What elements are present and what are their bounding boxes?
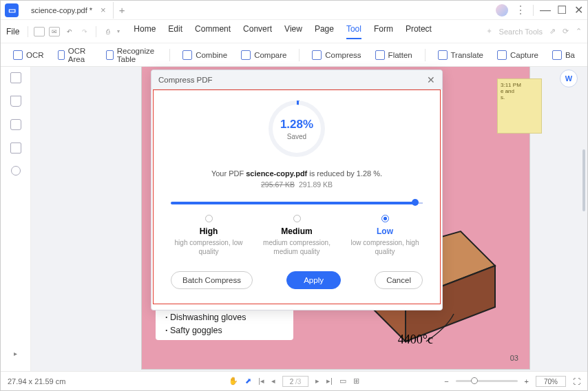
capture-button[interactable]: Capture <box>492 48 544 62</box>
temperature-label: 4400°c <box>398 332 433 347</box>
menu-comment[interactable]: Comment <box>195 24 231 39</box>
select-tool-icon[interactable]: ⬈ <box>245 377 251 385</box>
ocr-button[interactable]: OCR <box>8 48 50 62</box>
save-icon[interactable] <box>34 27 45 36</box>
flatten-icon <box>375 50 385 60</box>
capture-icon <box>497 50 507 60</box>
app-logo: ▭ <box>5 3 19 17</box>
option-name: High <box>171 226 246 236</box>
minimize-button[interactable]: — <box>540 6 550 15</box>
zoom-slider[interactable] <box>456 380 518 382</box>
new-tab-button[interactable]: + <box>119 4 125 16</box>
left-rail: ▸ <box>1 67 31 371</box>
redo-icon[interactable]: ↷ <box>79 27 90 36</box>
reduce-summary: Your PDF science-copy.pdf is reduced by … <box>171 169 423 178</box>
recognize-table-button[interactable]: Recognize Table <box>101 45 162 65</box>
file-menu[interactable]: File <box>6 27 19 36</box>
last-page-icon[interactable]: ▸| <box>326 377 333 385</box>
search-tools-input[interactable]: Search Tools <box>499 28 543 36</box>
title-bar: ▭ science-copy.pdf * × + ⋮ — ☐ ✕ <box>1 1 587 20</box>
menu-convert[interactable]: Convert <box>243 24 272 39</box>
page-number: 03 <box>510 354 518 362</box>
menu-form[interactable]: Form <box>374 24 393 39</box>
compress-option-medium[interactable]: Mediummedium compression, medium quality <box>259 215 335 256</box>
batch-compress-button[interactable]: Batch Compress <box>171 271 253 289</box>
compress-option-high[interactable]: Highhigh compression, low quality <box>171 215 246 256</box>
comment-panel-icon[interactable] <box>10 119 21 130</box>
list-item: Dishwashing gloves <box>165 311 284 324</box>
share-icon[interactable]: ⇗ <box>549 27 556 36</box>
compress-button[interactable]: Compress <box>306 48 366 62</box>
translate-icon <box>438 50 448 60</box>
fit-width-icon[interactable]: ▭ <box>339 377 346 385</box>
ocr-icon <box>13 50 23 60</box>
prev-page-icon[interactable]: ◂ <box>271 377 275 385</box>
undo-icon[interactable]: ↶ <box>64 27 75 36</box>
progress-ring: 1.28% Saved <box>269 101 325 157</box>
compress-option-low[interactable]: Lowlow compression, high quality <box>347 215 423 256</box>
zoom-in-icon[interactable]: + <box>525 377 529 385</box>
mail-icon[interactable]: ✉ <box>49 27 60 36</box>
kebab-icon[interactable]: ⋮ <box>515 3 526 17</box>
cancel-button[interactable]: Cancel <box>375 271 423 289</box>
option-desc: low compression, high quality <box>347 238 423 256</box>
scrollbar-thumb[interactable] <box>582 149 585 211</box>
thumbnails-icon[interactable] <box>10 72 21 83</box>
radio-icon[interactable] <box>205 215 213 222</box>
wand-icon[interactable]: ✦ <box>486 27 492 36</box>
fullscreen-icon[interactable]: ⛶ <box>573 377 580 385</box>
search-panel-icon[interactable] <box>11 166 21 176</box>
apply-button[interactable]: Apply <box>286 271 341 289</box>
combine-icon <box>182 50 192 60</box>
batch-button[interactable]: Ba <box>547 48 580 62</box>
compare-button[interactable]: Compare <box>235 48 292 62</box>
collapse-icon[interactable]: ⌃ <box>576 27 582 36</box>
dialog-header[interactable]: Compress PDF ✕ <box>151 70 442 89</box>
radio-icon[interactable] <box>381 215 389 222</box>
next-page-icon[interactable]: ▸ <box>315 377 319 385</box>
fit-page-icon[interactable]: ⊞ <box>353 377 359 385</box>
saved-label: Saved <box>287 133 306 140</box>
page-input[interactable]: 2 /3 <box>282 376 308 387</box>
close-icon[interactable]: × <box>101 5 106 15</box>
slider-knob[interactable] <box>412 199 419 206</box>
radio-icon[interactable] <box>293 215 301 222</box>
first-page-icon[interactable]: |◂ <box>258 377 264 385</box>
menu-view[interactable]: View <box>284 24 302 39</box>
ocr-area-button[interactable]: OCR Area <box>52 45 98 65</box>
menu-edit[interactable]: Edit <box>168 24 182 39</box>
translate-button[interactable]: Translate <box>432 48 490 62</box>
print-icon[interactable]: ⎙ <box>102 27 113 36</box>
document-tab[interactable]: science-copy.pdf * × <box>24 2 114 19</box>
zoom-out-icon[interactable]: − <box>444 377 448 385</box>
menu-home[interactable]: Home <box>134 24 156 39</box>
zoom-value[interactable]: 70% <box>536 376 566 387</box>
dialog-title: Compress PDF <box>158 76 213 84</box>
menu-protect[interactable]: Protect <box>406 24 432 39</box>
maximize-button[interactable]: ☐ <box>557 6 567 15</box>
status-bar: 27.94 x 21.59 cm ✋ ⬈ |◂ ◂ 2 /3 ▸ ▸| ▭ ⊞ … <box>1 371 587 390</box>
list-item: Safty goggles <box>165 324 284 337</box>
close-icon[interactable]: ✕ <box>427 74 435 85</box>
size-readout: 295.67 KB291.89 KB <box>171 180 423 189</box>
cloud-icon[interactable]: ⟳ <box>563 27 569 36</box>
compression-slider[interactable] <box>171 201 423 205</box>
word-export-badge[interactable]: W <box>560 70 578 87</box>
menu-tool[interactable]: Tool <box>346 24 361 39</box>
flatten-button[interactable]: Flatten <box>370 48 418 62</box>
option-name: Medium <box>259 226 335 236</box>
expand-rail-icon[interactable]: ▸ <box>14 350 17 357</box>
hand-tool-icon[interactable]: ✋ <box>229 377 238 385</box>
menu-bar: File ✉ ↶ ↷ ⎙ ▾ HomeEditCommentConvertVie… <box>1 20 587 43</box>
option-name: Low <box>347 226 423 236</box>
account-avatar[interactable] <box>496 4 508 17</box>
menu-page[interactable]: Page <box>315 24 334 39</box>
bookmark-icon[interactable] <box>10 96 21 107</box>
close-window-button[interactable]: ✕ <box>574 6 583 15</box>
sticky-note[interactable]: 3:11 PM e and s. <box>497 78 542 134</box>
compare-icon <box>241 50 251 60</box>
attachment-icon[interactable] <box>10 142 21 154</box>
option-desc: high compression, low quality <box>171 238 246 256</box>
combine-button[interactable]: Combine <box>177 48 233 62</box>
compress-icon <box>312 50 322 60</box>
